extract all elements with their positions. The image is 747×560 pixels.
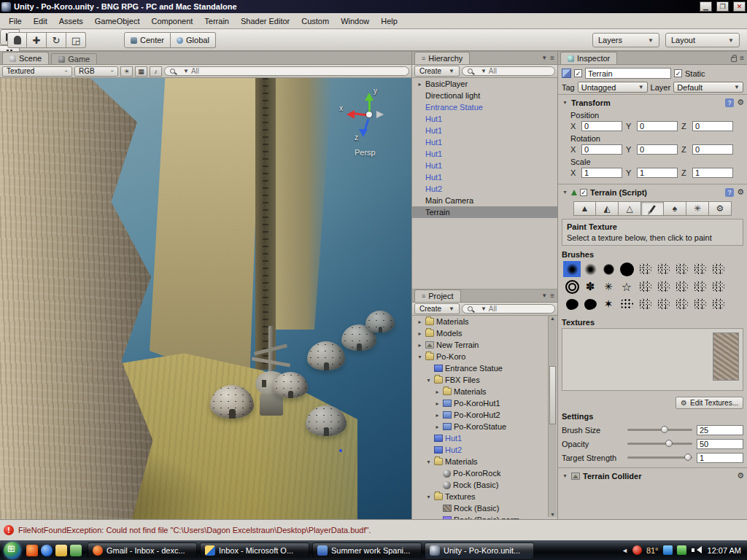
hierarchy-item-selected[interactable]: Terrain [412,206,557,218]
volume-icon[interactable] [691,545,700,555]
pivot-center-button[interactable]: Center [124,32,171,48]
console-status-bar[interactable]: ! FileNotFoundException: Could not find … [0,519,747,540]
brush-speck[interactable] [673,296,690,312]
scroll-down-arrow[interactable]: ▼ [549,512,557,517]
gear-icon[interactable]: ⚙ [737,187,744,197]
edit-textures-button[interactable]: ⚙Edit Textures... [676,397,743,409]
brush-speck[interactable] [654,279,672,295]
brush-speck[interactable] [691,279,708,295]
panel-menu-icon[interactable]: ≡ [740,54,744,62]
project-create-button[interactable]: Create▼ [414,303,460,314]
hierarchy-item[interactable]: Hut2 [412,183,557,195]
static-checkbox[interactable]: ✓ [674,69,682,77]
hierarchy-item[interactable]: Hut1 [412,136,557,148]
project-item[interactable]: ▾Textures [412,491,557,502]
menu-shader-editor[interactable]: Shader Editor [235,15,295,28]
target-strength-slider[interactable] [627,456,692,459]
layers-dropdown[interactable]: Layers▼ [592,33,659,47]
hierarchy-search-input[interactable]: ▼All [462,66,555,76]
brush-size-field[interactable]: 25 [697,425,743,435]
brush-speck[interactable] [636,279,654,295]
window-titlebar[interactable]: Unity - Po-Koro.unity - BNG RPG - PC and… [0,0,747,13]
project-item[interactable]: Hut1 [412,432,557,444]
slider-thumb[interactable] [684,454,692,461]
project-item[interactable]: Rock (Basic) [412,479,557,491]
project-item[interactable]: ▸Models [412,327,557,339]
gear-icon[interactable]: ⚙ [737,98,744,107]
menu-file[interactable]: File [3,15,28,28]
error-message[interactable]: FileNotFoundException: Could not find fi… [18,526,371,534]
lock-icon[interactable] [731,57,737,62]
brush-speck[interactable] [691,261,708,277]
maximize-button[interactable]: ❒ [716,1,729,12]
rotation-x-field[interactable]: 0 [581,144,622,155]
panel-caret-icon[interactable]: ▼ [541,55,547,61]
project-item[interactable]: Rock (Basic) [412,502,557,514]
panel-menu-icon[interactable]: ≡ [550,54,554,62]
project-item[interactable]: ▸Po-KoroHut1 [412,397,557,409]
rotation-y-field[interactable]: 0 [637,144,678,155]
skybox-toggle[interactable]: ▦ [135,66,147,77]
active-checkbox[interactable]: ✓ [574,69,582,77]
scale-tool-button[interactable]: ◲ [66,32,86,48]
hut-object[interactable] [307,341,345,370]
project-search-input[interactable]: ▼All [462,304,555,314]
menu-help[interactable]: Help [375,15,403,28]
foldout-icon[interactable]: ▾ [562,189,568,195]
panel-caret-icon[interactable]: ▼ [541,292,547,299]
tray-alert-icon[interactable] [632,545,642,555]
hidden-icons-chevron[interactable]: ◄ [622,547,628,554]
tab-project[interactable]: ≡Project [414,289,461,302]
position-x-field[interactable]: 0 [581,121,622,131]
draw-mode-dropdown[interactable]: Textured÷ [2,66,72,77]
foldout-icon[interactable]: ▾ [562,99,568,106]
scroll-up-arrow[interactable]: ▲ [549,316,557,322]
brush-dots[interactable] [618,296,635,312]
start-button[interactable] [4,542,21,559]
color-mode-dropdown[interactable]: RGB÷ [74,66,118,77]
hierarchy-item[interactable]: Hut1 [412,148,557,160]
brush-burst[interactable] [600,279,617,295]
brush-speck[interactable] [709,279,727,295]
paint-details-tool-button[interactable]: ✳ [686,201,709,216]
menu-custom[interactable]: Custom [295,15,335,28]
position-y-field[interactable]: 0 [637,121,678,131]
brush-speck[interactable] [709,296,727,312]
move-tool-button[interactable]: ✚ [27,32,47,48]
tab-game[interactable]: Game [51,53,97,64]
brush-scribble[interactable] [581,279,599,295]
place-trees-tool-button[interactable]: ♠ [664,201,686,216]
scale-x-field[interactable]: 1 [581,168,622,178]
brush-speck[interactable] [673,261,690,277]
hierarchy-item[interactable]: Hut1 [412,113,557,125]
brush-speck[interactable] [691,296,708,312]
transform-header[interactable]: ▾ Transform [562,96,743,109]
menu-gameobject[interactable]: GameObject [89,15,146,28]
menu-terrain[interactable]: Terrain [198,15,235,28]
taskbar-window-button-active[interactable]: Unity - Po-Koro.unit... [425,542,534,559]
hierarchy-item[interactable]: ▸BasicPlayer [412,78,557,90]
project-item[interactable]: ▸Po-KoroHut2 [412,409,557,421]
brush-speck[interactable] [709,261,727,277]
smooth-height-tool-button[interactable]: △ [619,201,641,216]
scrollbar-thumb[interactable] [549,366,556,424]
menu-component[interactable]: Component [145,15,198,28]
terrain-settings-tool-button[interactable]: ⚙ [709,201,732,216]
opacity-slider[interactable] [627,443,692,445]
brush-soft[interactable] [581,261,599,277]
gear-icon[interactable]: ⚙ [737,471,744,481]
brush-star[interactable] [618,279,635,295]
foldout-icon[interactable]: ▾ [562,472,568,479]
project-item[interactable]: ▾Materials [412,456,557,467]
position-z-field[interactable]: 0 [692,121,733,131]
taskbar-clock[interactable]: 12:07 AM [708,546,741,555]
tag-dropdown[interactable]: Untagged▼ [578,82,648,93]
component-enabled-checkbox[interactable]: ✓ [580,189,587,196]
brush-speck[interactable] [636,296,654,312]
quick-launch-firefox-icon[interactable] [26,545,38,556]
hut-object[interactable] [306,405,347,436]
brush-speck[interactable] [654,261,672,277]
brush-blob[interactable] [563,296,581,312]
project-item[interactable]: ▾FBX Files [412,374,557,386]
project-item[interactable]: ▸Materials [412,316,557,327]
